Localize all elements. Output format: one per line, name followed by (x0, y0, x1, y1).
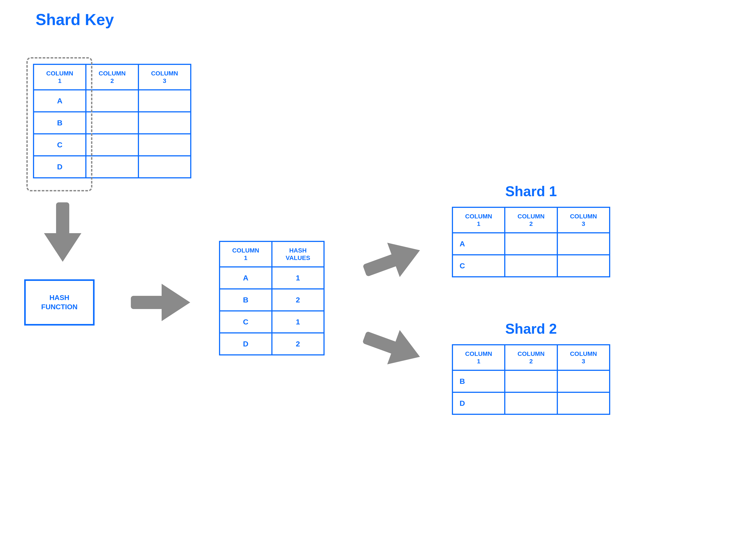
shard2-title: Shard 2 (452, 321, 610, 337)
col-header-2: COLUMN 2 (86, 64, 138, 90)
cell-key: D (220, 333, 272, 355)
svg-marker-3 (162, 284, 190, 321)
cell-empty (86, 112, 138, 134)
table-header-row: COLUMN 1 COLUMN 2 COLUMN 3 (34, 64, 191, 90)
svg-rect-2 (131, 296, 164, 309)
col-header-1: COLUMN 1 (453, 207, 505, 233)
col-header-1: COLUMN 1 (34, 64, 86, 90)
col-header-3: COLUMN 3 (557, 207, 610, 233)
cell-key: C (220, 311, 272, 333)
table-header-row: COLUMN 1 COLUMN 2 COLUMN 3 (453, 345, 610, 370)
table-row: B 2 (220, 289, 324, 311)
hash-values-table: COLUMN 1 HASH VALUES A 1 B 2 C 1 D 2 (219, 241, 325, 355)
cell-key: C (34, 134, 86, 156)
col-header-1: COLUMN 1 (453, 345, 505, 370)
cell-empty (557, 255, 610, 277)
arrow-up-right-icon (361, 238, 422, 285)
table-row: C (34, 134, 191, 156)
arrow-down-icon (44, 202, 81, 263)
table-row: C 1 (220, 311, 324, 333)
table-row: D 2 (220, 333, 324, 355)
cell-empty (505, 370, 557, 392)
svg-marker-1 (44, 233, 81, 262)
hash-function-box: HASH FUNCTION (24, 279, 95, 326)
shard2-table: COLUMN 1 COLUMN 2 COLUMN 3 B D (452, 344, 610, 415)
cell-key: A (34, 90, 86, 112)
col-header-hash: HASH VALUES (272, 242, 324, 267)
shard1-title: Shard 1 (452, 184, 610, 199)
col-header-2: COLUMN 2 (505, 207, 557, 233)
cell-hash: 2 (272, 333, 324, 355)
cell-key: B (453, 370, 505, 392)
cell-empty (138, 134, 191, 156)
svg-rect-0 (56, 202, 69, 235)
cell-key: D (453, 392, 505, 414)
cell-empty (557, 233, 610, 255)
cell-empty (505, 392, 557, 414)
cell-hash: 2 (272, 289, 324, 311)
cell-key: B (220, 289, 272, 311)
cell-empty (138, 90, 191, 112)
source-table: COLUMN 1 COLUMN 2 COLUMN 3 A B C (33, 64, 191, 178)
table-row: D (34, 156, 191, 178)
cell-key: C (453, 255, 505, 277)
col-header-1: COLUMN 1 (220, 242, 272, 267)
table-row: B (34, 112, 191, 134)
cell-empty (86, 134, 138, 156)
cell-empty (138, 156, 191, 178)
shard1-table: COLUMN 1 COLUMN 2 COLUMN 3 A C (452, 207, 610, 277)
table-row: A (453, 233, 610, 255)
cell-key: B (34, 112, 86, 134)
table-row: C (453, 255, 610, 277)
cell-hash: 1 (272, 311, 324, 333)
col-header-3: COLUMN 3 (557, 345, 610, 370)
cell-empty (505, 255, 557, 277)
shard-key-title: Shard Key (35, 11, 114, 28)
cell-empty (86, 90, 138, 112)
table-row: A 1 (220, 267, 324, 289)
cell-key: A (220, 267, 272, 289)
cell-empty (557, 392, 610, 414)
arrow-down-right-icon (361, 323, 422, 370)
cell-empty (86, 156, 138, 178)
cell-hash: 1 (272, 267, 324, 289)
table-row: A (34, 90, 191, 112)
cell-empty (138, 112, 191, 134)
cell-empty (557, 370, 610, 392)
table-header-row: COLUMN 1 COLUMN 2 COLUMN 3 (453, 207, 610, 233)
cell-empty (505, 233, 557, 255)
col-header-2: COLUMN 2 (505, 345, 557, 370)
cell-key: A (453, 233, 505, 255)
arrow-right-icon (131, 284, 190, 322)
table-header-row: COLUMN 1 HASH VALUES (220, 242, 324, 267)
cell-key: D (34, 156, 86, 178)
col-header-3: COLUMN 3 (138, 64, 191, 90)
table-row: D (453, 392, 610, 414)
table-row: B (453, 370, 610, 392)
